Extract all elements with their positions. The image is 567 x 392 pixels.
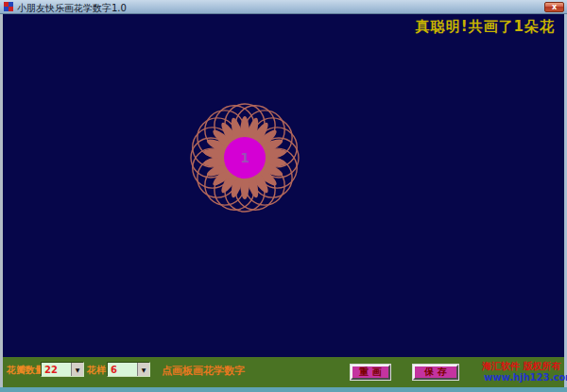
pattern-combobox[interactable]: 6 ▼ — [107, 362, 150, 377]
pattern-label: 花样 — [87, 364, 106, 377]
flower-drawing: 1 — [188, 101, 301, 214]
app-window: 小朋友快乐画花学数字1.0 x 真聪明!共画了1朵花 1 花瓣数量 22 ▼ 花… — [0, 0, 567, 392]
pattern-value: 6 — [108, 365, 137, 375]
copyright-text: 海汇软件 版权所有 — [482, 360, 560, 373]
petal-count-value: 22 — [42, 365, 71, 375]
drawing-canvas[interactable]: 真聪明!共画了1朵花 1 — [3, 14, 564, 357]
petal-count-label: 花瓣数量 — [7, 364, 44, 377]
website-link[interactable]: www.hjh123.com — [484, 372, 567, 383]
window-title: 小朋友快乐画花学数字1.0 — [17, 2, 127, 15]
window-border-bottom — [0, 387, 567, 392]
chevron-down-icon[interactable]: ▼ — [137, 363, 149, 376]
flower-svg: 1 — [188, 101, 301, 214]
petal-count-combobox[interactable]: 22 ▼ — [41, 362, 84, 377]
close-button[interactable]: x — [544, 2, 564, 12]
praise-message: 真聪明!共画了1朵花 — [416, 18, 555, 36]
title-bar: 小朋友快乐画花学数字1.0 x — [0, 0, 567, 14]
save-button[interactable]: 保 存 — [413, 365, 458, 380]
svg-text:1: 1 — [240, 150, 249, 165]
redraw-button[interactable]: 重 画 — [351, 365, 390, 380]
app-icon — [4, 2, 13, 11]
hint-text: 点画板画花学数字 — [162, 364, 245, 378]
control-bar: 花瓣数量 22 ▼ 花样 6 ▼ 点画板画花学数字 重 画 保 存 海汇软件 版… — [3, 357, 564, 387]
chevron-down-icon[interactable]: ▼ — [71, 363, 83, 376]
